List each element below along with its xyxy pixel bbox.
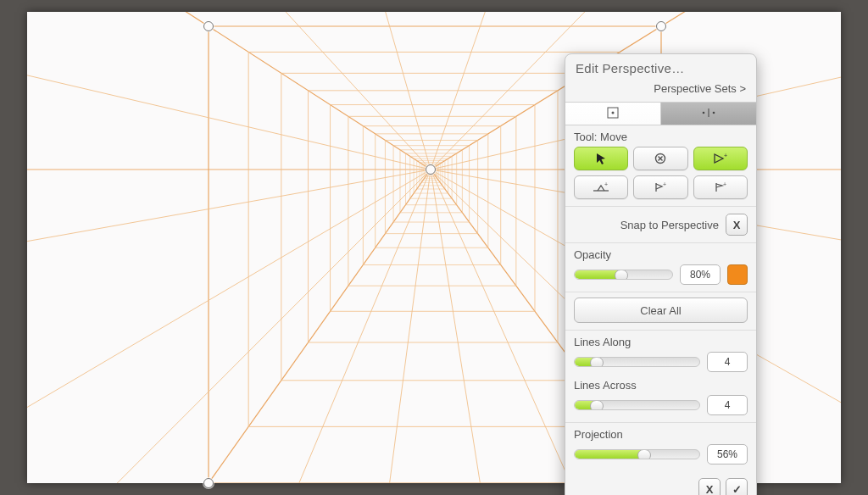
tool-grid: + + + +	[574, 147, 748, 199]
tool-label: Tool: Move	[574, 131, 748, 143]
tab-split[interactable]	[661, 103, 756, 125]
svg-line-20	[27, 170, 431, 483]
svg-line-21	[27, 170, 431, 483]
opacity-value[interactable]: 80%	[680, 264, 721, 285]
perspective-sets-link[interactable]: Perspective Sets >	[565, 81, 756, 102]
panel-tabs	[565, 102, 756, 125]
snap-label: Snap to Perspective	[620, 219, 719, 231]
svg-point-138	[612, 111, 615, 114]
split-icon	[700, 108, 717, 120]
lines-along-label: Lines Along	[574, 336, 748, 348]
lines-across-value[interactable]: 4	[707, 395, 748, 415]
lines-across-slider[interactable]	[574, 400, 700, 410]
projection-value[interactable]: 56%	[707, 444, 748, 464]
tool-move[interactable]	[574, 147, 628, 170]
svg-text:+: +	[663, 181, 666, 187]
flag-plus-icon-2: +	[713, 181, 728, 193]
circle-x-icon	[654, 152, 667, 165]
point-icon	[607, 107, 619, 121]
corner-handle-tr[interactable]	[656, 21, 666, 31]
corner-handle-tl[interactable]	[203, 21, 214, 31]
svg-point-141	[713, 111, 715, 114]
grid-color-swatch[interactable]	[727, 264, 748, 285]
opacity-section: Opacity 80%	[565, 243, 756, 292]
svg-line-8	[27, 170, 431, 483]
tab-point[interactable]	[565, 103, 661, 125]
svg-line-22	[27, 170, 431, 483]
cursor-icon	[594, 152, 608, 165]
svg-text:+: +	[604, 181, 608, 187]
panel-title: Edit Perspective…	[565, 54, 756, 81]
tool-add-flag-1[interactable]: +	[633, 175, 687, 199]
confirm-button[interactable]: ✓	[726, 478, 748, 495]
svg-text:+: +	[724, 153, 727, 159]
edit-perspective-panel: Edit Perspective… Perspective Sets > Too…	[565, 53, 757, 495]
tool-add-horizon[interactable]: +	[574, 175, 628, 199]
tool-section: Tool: Move + + + +	[565, 125, 756, 207]
lines-section: Lines Along 4 Lines Across 4	[565, 331, 756, 423]
tool-add-face-right[interactable]: +	[693, 147, 748, 170]
horizon-plus-icon: +	[593, 181, 609, 193]
vanishing-point-handle[interactable]	[426, 164, 436, 175]
projection-slider[interactable]	[574, 449, 700, 459]
cancel-button[interactable]: X	[698, 478, 721, 495]
flag-plus-icon: +	[653, 181, 668, 193]
opacity-slider[interactable]	[574, 270, 673, 280]
panel-footer: X ✓	[565, 471, 756, 495]
tool-add-flag-2[interactable]: +	[693, 175, 748, 199]
clear-all-button[interactable]: Clear All	[574, 298, 748, 323]
svg-line-23	[27, 170, 431, 471]
projection-label: Projection	[574, 428, 748, 441]
lines-along-slider[interactable]	[574, 357, 700, 367]
svg-text:+: +	[723, 181, 726, 187]
snap-row: Snap to Perspective X	[565, 207, 756, 243]
triangle-plus-icon: +	[713, 153, 728, 164]
clear-section: Clear All	[565, 292, 756, 331]
lines-across-label: Lines Across	[574, 379, 748, 392]
opacity-label: Opacity	[574, 248, 748, 261]
projection-section: Projection 56%	[565, 423, 756, 471]
snap-toggle[interactable]: X	[726, 214, 748, 236]
svg-point-139	[703, 111, 705, 114]
corner-handle-bl[interactable]	[203, 478, 214, 488]
lines-along-value[interactable]: 4	[707, 352, 748, 372]
tool-reset[interactable]	[633, 147, 687, 170]
